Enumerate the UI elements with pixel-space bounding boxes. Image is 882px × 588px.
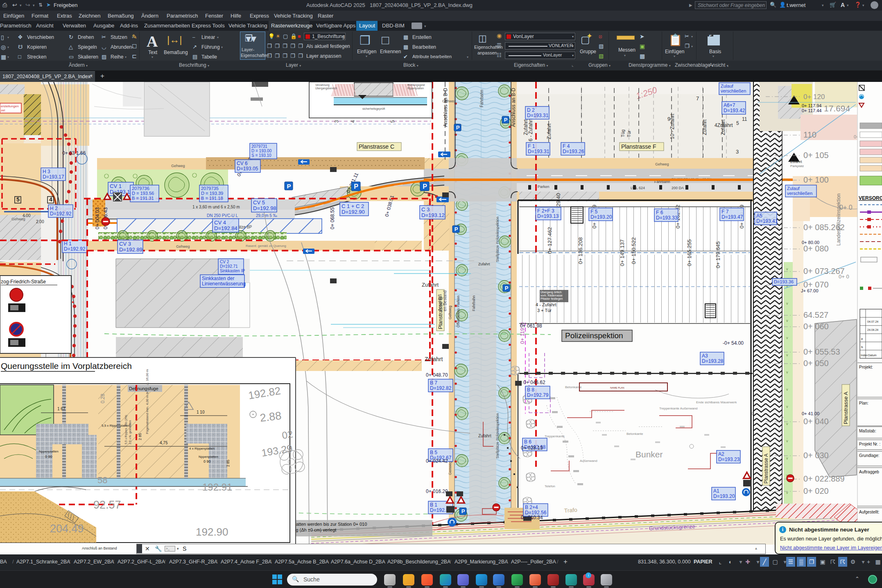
svg-text:verschließen: verschließen bbox=[787, 191, 812, 196]
svg-text:Zufahrt: Zufahrt bbox=[478, 262, 490, 266]
svg-text:D=192.92: D=192.92 bbox=[50, 211, 72, 217]
svg-text:17.694: 17.694 bbox=[824, 104, 850, 113]
svg-text:0+ 061.98: 0+ 061.98 bbox=[520, 323, 542, 329]
svg-text:0+ 0: 0+ 0 bbox=[839, 274, 849, 280]
svg-text:Anschluß: Anschluß bbox=[438, 294, 442, 311]
svg-text:Planstrasse A: Planstrasse A bbox=[763, 454, 769, 484]
svg-text:Pflaster festlegen: Pflaster festlegen bbox=[541, 297, 563, 301]
svg-text:erstellungen: erstellungen bbox=[1, 104, 19, 108]
svg-text:7: 7 bbox=[696, 95, 699, 102]
svg-text:F 6: F 6 bbox=[656, 210, 663, 215]
svg-text:P: P bbox=[456, 124, 460, 131]
svg-text:0+ 060: 0+ 060 bbox=[803, 322, 829, 331]
svg-text:0+ 117.44: 0+ 117.44 bbox=[802, 108, 821, 113]
svg-text:Öffentliches Parken: Öffentliches Parken bbox=[456, 296, 460, 328]
svg-text:D=193.05: D=193.05 bbox=[237, 166, 258, 172]
svg-text:Fahrbahn: Fahrbahn bbox=[472, 295, 476, 311]
svg-text:CV 4: CV 4 bbox=[214, 219, 226, 226]
svg-text:B 5: B 5 bbox=[430, 450, 437, 455]
svg-text:4,75: 4,75 bbox=[160, 441, 168, 445]
svg-text:H 2: H 2 bbox=[50, 206, 58, 211]
svg-text:verschließen: verschließen bbox=[721, 88, 746, 93]
svg-text:D = 193.00: D = 193.00 bbox=[251, 149, 272, 153]
svg-text:02: 02 bbox=[281, 428, 294, 441]
svg-text:2.00: 2.00 bbox=[36, 219, 44, 224]
svg-text:-0+ 54.00: -0+ 54.00 bbox=[723, 340, 744, 346]
svg-text:Gehweg: Gehweg bbox=[655, 162, 669, 166]
svg-text:v: v bbox=[786, 336, 788, 340]
svg-text:0+ 100: 0+ 100 bbox=[803, 175, 829, 184]
svg-text:D=193.28: D=193.28 bbox=[702, 358, 724, 364]
svg-text:0+ 055.53: 0+ 055.53 bbox=[803, 347, 840, 356]
svg-text:0 90: 0 90 bbox=[45, 455, 52, 459]
svg-text:Stellplätze Polizeiinspektion: Stellplätze Polizeiinspektion bbox=[495, 217, 500, 262]
svg-text:3 + Tür: 3 + Tür bbox=[537, 308, 552, 313]
svg-text:Dehnungsfuge: Dehnungsfuge bbox=[129, 386, 158, 391]
svg-text:0+ 070: 0+ 070 bbox=[803, 280, 829, 289]
svg-text:Index: Index bbox=[861, 354, 868, 357]
svg-text:0+ 080: 0+ 080 bbox=[803, 244, 829, 253]
svg-text:v: v bbox=[786, 301, 788, 305]
svg-text:5: 5 bbox=[16, 196, 20, 203]
svg-text:Übergangsbereich: Übergangsbereich bbox=[315, 87, 337, 90]
svg-text:Richtungsgeist: Richtungsgeist bbox=[407, 84, 425, 87]
svg-text:64.527: 64.527 bbox=[803, 310, 828, 319]
svg-text:Landespolizeiinspektion: Landespolizeiinspektion bbox=[836, 194, 841, 246]
svg-text:Rippenplatten: Rippenplatten bbox=[407, 87, 424, 90]
svg-text:Querungsstelle im Vorplatzbere: Querungsstelle im Vorplatzbereich bbox=[1, 361, 132, 371]
svg-text:P: P bbox=[455, 226, 458, 232]
svg-text:Betonkante: Betonkante bbox=[626, 432, 643, 436]
svg-text:A3: A3 bbox=[702, 353, 708, 359]
svg-text:v: v bbox=[786, 439, 788, 443]
svg-text:0+ 040: 0+ 040 bbox=[803, 417, 829, 426]
svg-text:Gehweg: Gehweg bbox=[176, 244, 190, 249]
svg-text:v: v bbox=[786, 370, 788, 374]
svg-text:Anschluss an B-D: Anschluss an B-D bbox=[511, 88, 516, 127]
svg-text:Zufahrt: Zufahrt bbox=[523, 119, 529, 135]
svg-text:0+ 046.62: 0+ 046.62 bbox=[523, 380, 545, 385]
svg-text:Fügenabstand min. 4,00 m bis m: Fügenabstand min. 4,00 m bis max. 16,00 … bbox=[145, 369, 149, 434]
svg-text:0+ 80.00: 0+ 80.00 bbox=[802, 240, 819, 245]
svg-text:5: 5 bbox=[736, 120, 739, 126]
svg-text:0+ 41.00: 0+ 41.00 bbox=[802, 411, 819, 416]
svg-text:4 x Rippenplatten: 4 x Rippenplatten bbox=[189, 447, 215, 450]
svg-text:5: 5 bbox=[390, 120, 396, 123]
svg-text:Sinkkasten der: Sinkkasten der bbox=[202, 276, 234, 281]
svg-text:CV 1: CV 1 bbox=[110, 183, 122, 189]
svg-text:0+ 105: 0+ 105 bbox=[803, 151, 829, 160]
svg-text:D=192.84: D=192.84 bbox=[214, 225, 237, 231]
svg-text:24.04.24: 24.04.24 bbox=[867, 328, 878, 331]
svg-text:4: 4 bbox=[350, 120, 356, 123]
svg-text:Linienentwässerung: Linienentwässerung bbox=[202, 281, 246, 287]
svg-text:D=193.17: D=193.17 bbox=[43, 174, 64, 180]
svg-text:Parken: Parken bbox=[538, 185, 550, 189]
svg-text:D=193.20: D=193.20 bbox=[590, 214, 612, 220]
svg-text:Zufahrt: Zufahrt bbox=[425, 356, 443, 362]
svg-text:B 6: B 6 bbox=[524, 439, 531, 445]
svg-text:v: v bbox=[786, 387, 788, 391]
svg-text:0+ 165.255: 0+ 165.255 bbox=[686, 240, 692, 266]
svg-text:v: v bbox=[786, 405, 788, 409]
svg-text:B 8: B 8 bbox=[527, 387, 534, 393]
svg-text:Polizeiinspektion: Polizeiinspektion bbox=[565, 331, 623, 340]
svg-text:P: P bbox=[287, 183, 291, 190]
svg-text:Plan:: Plan: bbox=[859, 401, 868, 405]
svg-text:0+ 179.645: 0+ 179.645 bbox=[715, 242, 721, 268]
svg-text:Trafo: Trafo bbox=[564, 507, 577, 514]
svg-text:Bunker: Bunker bbox=[635, 450, 663, 459]
svg-text:D=193.33: D=193.33 bbox=[656, 215, 678, 221]
svg-text:v: v bbox=[786, 353, 788, 357]
svg-text:5,5 x Rippen. 16b (2%): 5,5 x Rippen. 16b (2%) bbox=[124, 415, 128, 444]
svg-text:Außenwand: Außenwand bbox=[580, 459, 597, 463]
svg-text:Sinkkasten IP: Sinkkasten IP bbox=[220, 269, 245, 273]
svg-text:0+ 022.889: 0+ 022.889 bbox=[803, 474, 845, 483]
svg-text:F 4: F 4 bbox=[563, 143, 570, 149]
svg-text:Grundlage:: Grundlage: bbox=[859, 453, 879, 458]
svg-text:B = 191.18: B = 191.18 bbox=[201, 196, 223, 201]
svg-text:D 2: D 2 bbox=[527, 107, 535, 113]
svg-text:Übergang örtlich: Übergang örtlich bbox=[541, 291, 561, 294]
svg-text:F 7: F 7 bbox=[721, 209, 729, 215]
svg-text:F 1: F 1 bbox=[528, 143, 535, 149]
svg-text:vorh. Räderrasse: vorh. Räderrasse bbox=[541, 294, 563, 297]
svg-text:Stellplätze Polizeiinspektion: Stellplätze Polizeiinspektion bbox=[495, 413, 500, 459]
